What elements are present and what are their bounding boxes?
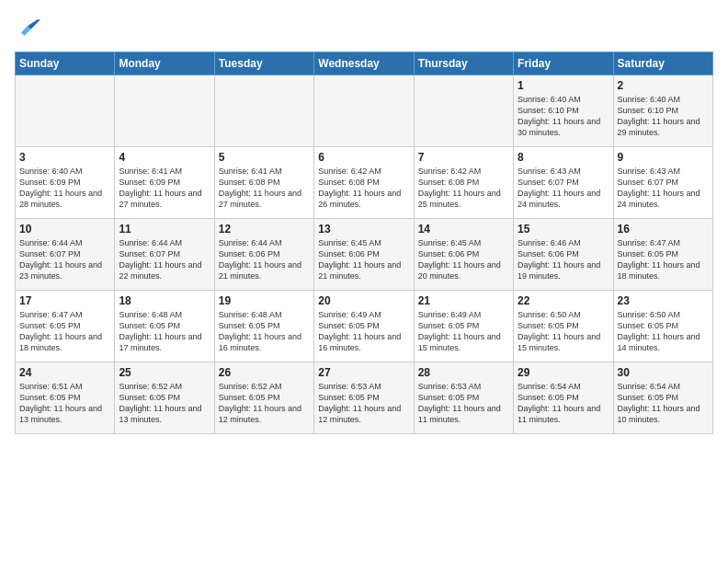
day-info: Sunrise: 6:45 AM Sunset: 6:06 PM Dayligh… [318, 237, 409, 282]
calendar-cell: 18Sunrise: 6:48 AM Sunset: 6:05 PM Dayli… [115, 291, 214, 362]
day-info: Sunrise: 6:41 AM Sunset: 6:09 PM Dayligh… [119, 166, 210, 211]
day-number: 20 [318, 294, 409, 307]
calendar-cell: 9Sunrise: 6:43 AM Sunset: 6:07 PM Daylig… [613, 147, 712, 219]
day-number: 6 [318, 151, 409, 164]
day-number: 10 [19, 223, 110, 236]
day-number: 23 [618, 294, 709, 307]
calendar-cell: 7Sunrise: 6:42 AM Sunset: 6:08 PM Daylig… [414, 147, 513, 219]
logo-icon [15, 15, 40, 40]
calendar-cell: 1Sunrise: 6:40 AM Sunset: 6:10 PM Daylig… [514, 75, 613, 147]
day-info: Sunrise: 6:48 AM Sunset: 6:05 PM Dayligh… [219, 309, 310, 354]
day-number: 26 [219, 366, 310, 379]
calendar-cell: 17Sunrise: 6:47 AM Sunset: 6:05 PM Dayli… [16, 291, 115, 362]
day-number: 2 [618, 79, 709, 92]
day-number: 11 [119, 223, 210, 236]
calendar-cell: 26Sunrise: 6:52 AM Sunset: 6:05 PM Dayli… [214, 362, 313, 434]
day-info: Sunrise: 6:50 AM Sunset: 6:05 PM Dayligh… [518, 309, 609, 354]
calendar-cell: 14Sunrise: 6:45 AM Sunset: 6:06 PM Dayli… [414, 219, 513, 291]
day-info: Sunrise: 6:44 AM Sunset: 6:07 PM Dayligh… [119, 237, 210, 282]
calendar-cell: 4Sunrise: 6:41 AM Sunset: 6:09 PM Daylig… [115, 147, 214, 219]
day-number: 22 [518, 294, 609, 307]
day-info: Sunrise: 6:53 AM Sunset: 6:05 PM Dayligh… [318, 381, 409, 426]
weekday-header-sunday: Sunday [16, 52, 115, 75]
day-info: Sunrise: 6:42 AM Sunset: 6:08 PM Dayligh… [318, 166, 409, 211]
calendar-cell: 28Sunrise: 6:53 AM Sunset: 6:05 PM Dayli… [414, 362, 513, 434]
calendar-cell: 19Sunrise: 6:48 AM Sunset: 6:05 PM Dayli… [214, 291, 313, 362]
day-info: Sunrise: 6:49 AM Sunset: 6:05 PM Dayligh… [318, 309, 409, 354]
day-info: Sunrise: 6:40 AM Sunset: 6:09 PM Dayligh… [19, 166, 110, 211]
day-number: 9 [618, 151, 709, 164]
logo [15, 15, 44, 40]
calendar-cell [115, 75, 214, 147]
day-info: Sunrise: 6:40 AM Sunset: 6:10 PM Dayligh… [518, 94, 609, 139]
day-info: Sunrise: 6:52 AM Sunset: 6:05 PM Dayligh… [119, 381, 210, 426]
weekday-header-row: SundayMondayTuesdayWednesdayThursdayFrid… [16, 52, 713, 75]
day-number: 29 [518, 366, 609, 379]
day-number: 18 [119, 294, 210, 307]
calendar-cell: 20Sunrise: 6:49 AM Sunset: 6:05 PM Dayli… [314, 291, 414, 362]
day-number: 19 [219, 294, 310, 307]
calendar-cell: 13Sunrise: 6:45 AM Sunset: 6:06 PM Dayli… [314, 219, 414, 291]
day-info: Sunrise: 6:42 AM Sunset: 6:08 PM Dayligh… [418, 166, 509, 211]
page: SundayMondayTuesdayWednesdayThursdayFrid… [0, 0, 728, 443]
calendar-cell [414, 75, 513, 147]
day-number: 28 [418, 366, 509, 379]
calendar-cell: 23Sunrise: 6:50 AM Sunset: 6:05 PM Dayli… [613, 291, 712, 362]
day-info: Sunrise: 6:49 AM Sunset: 6:05 PM Dayligh… [418, 309, 509, 354]
calendar-cell [16, 75, 115, 147]
calendar-cell: 5Sunrise: 6:41 AM Sunset: 6:08 PM Daylig… [214, 147, 313, 219]
day-number: 13 [318, 223, 409, 236]
day-info: Sunrise: 6:44 AM Sunset: 6:07 PM Dayligh… [19, 237, 110, 282]
day-number: 30 [618, 366, 709, 379]
calendar-week-row: 1Sunrise: 6:40 AM Sunset: 6:10 PM Daylig… [16, 75, 713, 147]
day-number: 1 [518, 79, 609, 92]
calendar-cell: 12Sunrise: 6:44 AM Sunset: 6:06 PM Dayli… [214, 219, 313, 291]
day-info: Sunrise: 6:54 AM Sunset: 6:05 PM Dayligh… [618, 381, 709, 426]
calendar-cell: 21Sunrise: 6:49 AM Sunset: 6:05 PM Dayli… [414, 291, 513, 362]
day-number: 17 [19, 294, 110, 307]
day-info: Sunrise: 6:50 AM Sunset: 6:05 PM Dayligh… [618, 309, 709, 354]
day-info: Sunrise: 6:51 AM Sunset: 6:05 PM Dayligh… [19, 381, 110, 426]
calendar-cell: 10Sunrise: 6:44 AM Sunset: 6:07 PM Dayli… [16, 219, 115, 291]
day-info: Sunrise: 6:43 AM Sunset: 6:07 PM Dayligh… [618, 166, 709, 211]
calendar-cell: 25Sunrise: 6:52 AM Sunset: 6:05 PM Dayli… [115, 362, 214, 434]
calendar-cell: 29Sunrise: 6:54 AM Sunset: 6:05 PM Dayli… [514, 362, 613, 434]
day-info: Sunrise: 6:40 AM Sunset: 6:10 PM Dayligh… [618, 94, 709, 139]
weekday-header-monday: Monday [115, 52, 214, 75]
calendar-cell: 16Sunrise: 6:47 AM Sunset: 6:05 PM Dayli… [613, 219, 712, 291]
calendar-week-row: 3Sunrise: 6:40 AM Sunset: 6:09 PM Daylig… [16, 147, 713, 219]
calendar-week-row: 17Sunrise: 6:47 AM Sunset: 6:05 PM Dayli… [16, 291, 713, 362]
header [15, 15, 713, 40]
day-number: 3 [19, 151, 110, 164]
day-number: 25 [119, 366, 210, 379]
svg-marker-0 [28, 19, 40, 29]
calendar-cell: 15Sunrise: 6:46 AM Sunset: 6:06 PM Dayli… [514, 219, 613, 291]
day-info: Sunrise: 6:47 AM Sunset: 6:05 PM Dayligh… [618, 237, 709, 282]
day-number: 15 [518, 223, 609, 236]
day-info: Sunrise: 6:41 AM Sunset: 6:08 PM Dayligh… [219, 166, 310, 211]
day-info: Sunrise: 6:43 AM Sunset: 6:07 PM Dayligh… [518, 166, 609, 211]
day-number: 4 [119, 151, 210, 164]
day-info: Sunrise: 6:48 AM Sunset: 6:05 PM Dayligh… [119, 309, 210, 354]
calendar-cell: 30Sunrise: 6:54 AM Sunset: 6:05 PM Dayli… [613, 362, 712, 434]
calendar-cell: 24Sunrise: 6:51 AM Sunset: 6:05 PM Dayli… [16, 362, 115, 434]
weekday-header-tuesday: Tuesday [214, 52, 313, 75]
day-number: 24 [19, 366, 110, 379]
calendar-table: SundayMondayTuesdayWednesdayThursdayFrid… [15, 52, 713, 434]
weekday-header-thursday: Thursday [414, 52, 513, 75]
calendar-cell [214, 75, 313, 147]
weekday-header-wednesday: Wednesday [314, 52, 414, 75]
day-info: Sunrise: 6:45 AM Sunset: 6:06 PM Dayligh… [418, 237, 509, 282]
day-number: 14 [418, 223, 509, 236]
weekday-header-friday: Friday [514, 52, 613, 75]
day-info: Sunrise: 6:52 AM Sunset: 6:05 PM Dayligh… [219, 381, 310, 426]
day-info: Sunrise: 6:44 AM Sunset: 6:06 PM Dayligh… [219, 237, 310, 282]
calendar-cell: 2Sunrise: 6:40 AM Sunset: 6:10 PM Daylig… [613, 75, 712, 147]
calendar-week-row: 24Sunrise: 6:51 AM Sunset: 6:05 PM Dayli… [16, 362, 713, 434]
day-number: 7 [418, 151, 509, 164]
day-info: Sunrise: 6:53 AM Sunset: 6:05 PM Dayligh… [418, 381, 509, 426]
weekday-header-saturday: Saturday [613, 52, 712, 75]
day-number: 21 [418, 294, 509, 307]
calendar-cell: 6Sunrise: 6:42 AM Sunset: 6:08 PM Daylig… [314, 147, 414, 219]
day-number: 8 [518, 151, 609, 164]
